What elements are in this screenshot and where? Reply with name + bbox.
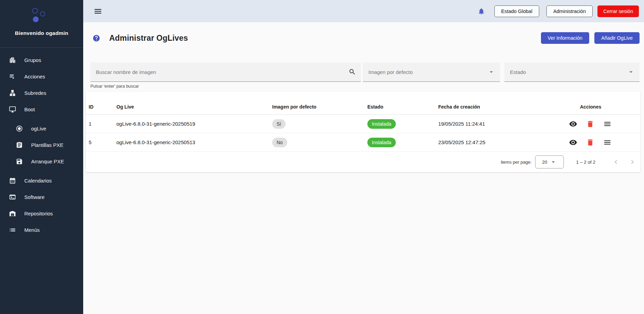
paginator-range: 1 – 2 of 2 [576, 160, 595, 165]
sidebar-item-label: ogLive [31, 126, 46, 131]
delete-icon[interactable] [586, 120, 594, 128]
sidebar-nav: Grupos Acciones Subredes Boot [0, 52, 83, 238]
help-icon[interactable] [92, 34, 100, 42]
paginator: Items per page: 20 1 – 2 of 2 [86, 152, 640, 172]
search-icon[interactable] [349, 68, 356, 76]
building-icon [9, 56, 16, 64]
page-title: Administrar OgLives [109, 34, 188, 43]
column-header-oglive: Og Live [116, 104, 272, 110]
chevron-down-icon [627, 68, 635, 76]
sidebar-item-acciones[interactable]: Acciones [0, 68, 83, 85]
cell-created: 23/05/2025 12:47:25 [438, 139, 568, 145]
cell-oglive-name: ogLive-6.8.0-31-generic-20250519 [116, 121, 272, 127]
administracion-button[interactable]: Administración [546, 5, 593, 17]
logo-circle-icon [40, 11, 45, 16]
sidebar-item-repositorios[interactable]: Repositorios [0, 205, 83, 222]
sidebar-item-boot[interactable]: Boot [0, 101, 83, 117]
default-image-badge: Sí [272, 119, 286, 129]
list-icon [9, 226, 16, 234]
items-per-page-label: Items per page: [501, 160, 531, 165]
sidebar-item-label: Grupos [24, 57, 41, 63]
chevron-down-icon [488, 68, 495, 76]
radio-checked-icon [16, 125, 23, 132]
cell-id: 1 [86, 121, 116, 127]
sidebar-item-label: Subredes [24, 90, 46, 96]
logo-circle-icon [32, 8, 38, 14]
clipboard-icon [16, 141, 23, 149]
view-icon[interactable] [569, 120, 577, 128]
sidebar-item-label: Plantillas PXE [31, 142, 63, 148]
status-badge: Instalada [367, 119, 396, 129]
view-icon[interactable] [569, 138, 577, 147]
sidebar-item-arranque-pxe[interactable]: Arranque PXE [0, 153, 83, 169]
cell-oglive-name: ogLive-6.8.0-31-generic-20250513 [116, 139, 272, 145]
sidebar: Bienvenido ogadmin Grupos Acciones Subre… [0, 0, 83, 314]
save-icon [16, 158, 23, 165]
logo-circle-icon [33, 16, 39, 22]
table-header-row: ID Og Live Imagen por defecto Estado Fec… [86, 92, 640, 115]
menu-toggle-icon[interactable] [93, 7, 102, 16]
sidebar-item-label: Acciones [24, 74, 45, 79]
cell-actions [568, 120, 640, 128]
sidebar-item-software[interactable]: Software [0, 189, 83, 205]
default-image-select[interactable]: Imagen por defecto [363, 62, 500, 82]
main-content: Administrar OgLives Ver Información Añad… [83, 22, 644, 314]
delete-icon[interactable] [586, 138, 594, 147]
status-badge: Instalada [367, 138, 396, 147]
estado-select-label: Estado [510, 69, 627, 75]
table-row: 5 ogLive-6.8.0-31-generic-20250513 No In… [86, 133, 640, 152]
anadir-oglive-button[interactable]: Añadir OgLive [594, 32, 640, 44]
boot-submenu: ogLive Plantillas PXE Arranque PXE [0, 120, 83, 169]
sidebar-item-menus[interactable]: Menús [0, 222, 83, 238]
sidebar-item-oglive[interactable]: ogLive [0, 120, 83, 137]
monitor-icon [9, 106, 16, 113]
filter-row: Imagen por defecto Estado [90, 62, 640, 82]
chevron-down-icon [550, 159, 557, 165]
sidebar-item-calendarios[interactable]: Calendarios [0, 172, 83, 189]
title-row: Administrar OgLives Ver Información Añad… [83, 22, 644, 45]
column-header-id: ID [86, 104, 116, 110]
sidebar-item-label: Menús [24, 227, 40, 233]
sidebar-item-label: Calendarios [24, 178, 52, 184]
logout-button[interactable]: Cerrar sesión [597, 5, 639, 17]
column-header-created: Fecha de creación [438, 104, 568, 110]
column-header-actions: Acciones [568, 104, 640, 110]
next-page-icon[interactable] [628, 158, 636, 166]
calendar-icon [9, 177, 16, 184]
sidebar-item-label: Software [24, 194, 45, 200]
logo-area: Bienvenido ogadmin [0, 0, 83, 48]
oglives-table-card: ID Og Live Imagen por defecto Estado Fec… [86, 92, 640, 172]
app-root: Bienvenido ogadmin Grupos Acciones Subre… [0, 0, 644, 314]
row-menu-icon[interactable] [603, 138, 611, 147]
sidebar-item-plantillas-pxe[interactable]: Plantillas PXE [0, 137, 83, 153]
page-size-value: 20 [542, 160, 547, 165]
cell-created: 19/05/2025 11:24:41 [438, 121, 568, 127]
search-field [90, 62, 361, 82]
cell-default-image: No [272, 138, 367, 147]
page-size-select[interactable]: 20 [535, 155, 564, 168]
row-menu-icon[interactable] [603, 120, 611, 128]
cell-estado: Instalada [367, 138, 438, 147]
search-input[interactable] [96, 69, 349, 75]
default-image-select-label: Imagen por defecto [368, 69, 488, 75]
notifications-bell-icon[interactable] [478, 8, 485, 15]
sidebar-item-label: Arranque PXE [31, 159, 64, 164]
column-header-estado: Estado [367, 104, 438, 110]
cell-actions [568, 138, 640, 147]
table-row: 1 ogLive-6.8.0-31-generic-20250519 Sí In… [86, 115, 640, 133]
terminal-icon [9, 193, 16, 201]
estado-select[interactable]: Estado [504, 62, 640, 82]
sidebar-item-grupos[interactable]: Grupos [0, 52, 83, 68]
default-image-badge: No [272, 138, 287, 147]
sidebar-item-label: Repositorios [24, 211, 53, 216]
actions-list-icon [9, 73, 16, 80]
previous-page-icon[interactable] [612, 158, 620, 166]
welcome-text: Bienvenido ogadmin [0, 30, 83, 36]
estado-global-button[interactable]: Estado Global [494, 5, 539, 17]
warehouse-icon [9, 210, 16, 217]
sidebar-item-label: Boot [24, 106, 35, 112]
topbar: Estado Global Administración Cerrar sesi… [83, 0, 644, 22]
ver-informacion-button[interactable]: Ver Información [541, 32, 590, 44]
sidebar-item-subredes[interactable]: Subredes [0, 85, 83, 101]
search-hint: Pulsar 'enter' para buscar [90, 84, 644, 89]
